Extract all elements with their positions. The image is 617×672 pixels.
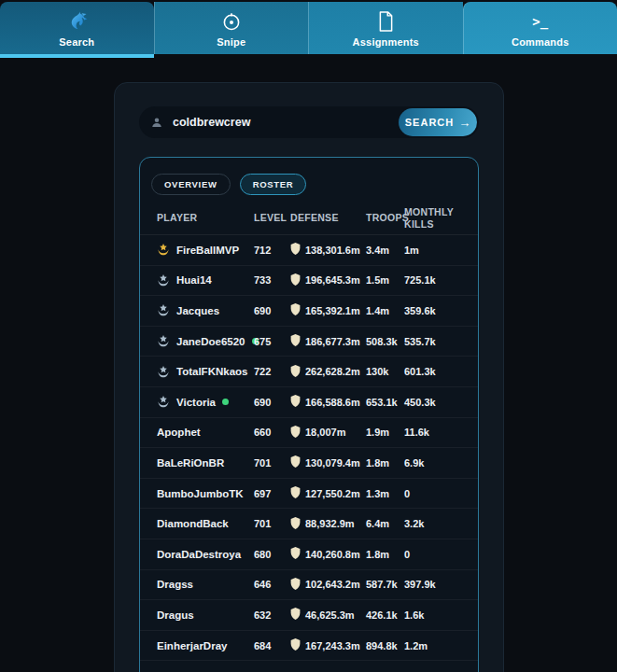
nav-tab-assignments[interactable]: Assignments (308, 2, 463, 54)
monthly-kills-value: 359.6k (404, 305, 465, 316)
shield-icon (290, 608, 301, 622)
monthly-kills-value: 0 (404, 549, 465, 560)
player-name: FireBallMVP (176, 245, 239, 256)
player-name: TotalFKNkaos (176, 366, 247, 377)
troops-value: 587.7k (366, 579, 404, 590)
troops-value: 1.5m (366, 274, 404, 286)
table-row[interactable]: BaLeRiOnBR 701 130,079.4m 1.8m 6.9k (140, 448, 478, 479)
defense-value: 165,392.1m (305, 305, 360, 316)
defense-value: 186,677.3m (305, 336, 360, 347)
nav-tab-label: Assignments (353, 36, 419, 48)
terminal-icon: >_ (532, 8, 548, 35)
rank-badge-icon (157, 366, 170, 378)
monthly-kills-value: 397.9k (404, 579, 465, 590)
defense-value: 46,625.3m (305, 609, 355, 621)
shield-icon (290, 486, 301, 500)
shield-icon (290, 243, 301, 257)
shield-icon (290, 455, 301, 469)
nav-tab-search[interactable]: Search (0, 2, 154, 54)
troops-value: 653.1k (366, 397, 404, 408)
search-bar: SEARCH → (139, 106, 479, 138)
player-name: Victoria (176, 397, 216, 408)
tab-roster[interactable]: ROSTER (240, 174, 307, 195)
troops-value: 426.1k (366, 609, 404, 621)
defense-value: 130,079.4m (305, 457, 360, 469)
table-row[interactable]: TotalFKNkaos 722 262,628.2m 130k 601.3k (140, 357, 478, 387)
level-value: 701 (254, 457, 290, 469)
defense-value: 102,643.2m (305, 579, 360, 590)
player-name: BumboJumboTK (157, 488, 244, 499)
table-row[interactable]: EinherjarDray 684 167,243.3m 894.8k 1.2m (140, 631, 478, 662)
column-header: LEVEL (254, 212, 290, 224)
level-value: 701 (254, 518, 290, 529)
defense-value: 140,260.8m (305, 549, 360, 560)
level-value: 646 (254, 579, 290, 590)
level-value: 680 (254, 549, 290, 560)
level-value: 660 (254, 427, 290, 438)
troops-value: 1.3m (366, 488, 404, 499)
active-tab-underline (0, 54, 154, 58)
table-row[interactable]: Huai14 733 196,645.3m 1.5m 725.1k (140, 266, 478, 297)
troops-value: 1.4m (366, 305, 404, 316)
table-row[interactable]: JaneDoe6520 675 186,677.3m 508.3k 535.7k (140, 327, 478, 357)
player-name: DoraDaDestroya (157, 549, 241, 560)
nav-tab-label: Snipe (217, 36, 245, 48)
player-name: Jacques (176, 305, 219, 316)
level-value: 690 (254, 305, 290, 316)
troops-value: 3.4m (366, 245, 404, 256)
player-name: BaLeRiOnBR (157, 457, 224, 469)
player-name: Dragss (157, 579, 193, 590)
active-tab-underline (308, 54, 463, 58)
shield-icon (290, 426, 301, 440)
defense-value: 167,243.3m (305, 640, 360, 651)
monthly-kills-value: 11.6k (404, 427, 465, 438)
troops-value: 508.3k (366, 336, 404, 347)
search-button[interactable]: SEARCH → (399, 108, 477, 136)
table-row[interactable]: Apophet 660 18,007m 1.9m 11.6k (140, 418, 478, 449)
nav-tab-snipe[interactable]: Snipe (154, 2, 309, 54)
table-header-row: PLAYERLEVELDEFENSETROOPSMONTHLY KILLS (140, 206, 478, 235)
table-row[interactable]: DiamondBack 701 88,932.9m 6.4m 3.2k (140, 509, 478, 539)
player-name: Dragus (157, 609, 194, 621)
shield-icon (290, 273, 301, 287)
troops-value: 1.8m (366, 457, 404, 469)
monthly-kills-value: 725.1k (404, 274, 465, 286)
monthly-kills-value: 1.6k (404, 609, 465, 621)
shield-icon (290, 365, 301, 379)
level-value: 632 (254, 609, 290, 621)
defense-value: 127,550.2m (305, 488, 360, 499)
monthly-kills-value: 0 (404, 488, 465, 499)
shield-icon (290, 638, 301, 652)
troops-value: 6.4m (366, 518, 404, 529)
column-header: DEFENSE (290, 212, 366, 224)
arrow-right-icon: → (458, 116, 470, 130)
rank-badge-icon (157, 396, 170, 408)
level-value: 675 (254, 336, 290, 347)
table-row[interactable]: BumboJumboTK 697 127,550.2m 1.3m 0 (140, 479, 478, 510)
nav-tab-commands[interactable]: >_ Commands (463, 2, 617, 54)
player-name: EinherjarDray (157, 640, 227, 651)
monthly-kills-value: 3.2k (404, 518, 465, 529)
tab-overview[interactable]: OVERVIEW (151, 174, 231, 195)
nav-tab-label: Commands (512, 36, 569, 48)
table-row[interactable]: Dragus 632 46,625.3m 426.1k 1.6k (140, 600, 478, 631)
monthly-kills-value: 1m (404, 245, 465, 256)
table-row[interactable]: Victoria 690 166,588.6m 653.1k 450.3k (140, 387, 478, 418)
defense-value: 18,007m (305, 427, 345, 438)
table-row[interactable]: Jacques 690 165,392.1m 1.4m 359.6k (140, 296, 478, 327)
level-value: 722 (254, 366, 290, 377)
player-name: DiamondBack (157, 518, 229, 529)
table-row[interactable]: DoraDaDestroya 680 140,260.8m 1.8m 0 (140, 539, 478, 570)
online-dot (222, 399, 229, 405)
monthly-kills-value: 535.7k (404, 336, 465, 347)
table-row[interactable]: FireBallMVP 712 138,301.6m 3.4m 1m (140, 235, 478, 266)
defense-value: 262,628.2m (305, 366, 360, 377)
troops-value: 130k (366, 366, 404, 377)
top-navbar: Search Snipe Assignments >_ Commands (0, 0, 617, 58)
shield-icon (290, 303, 301, 317)
level-value: 712 (254, 245, 290, 256)
defense-value: 196,645.3m (305, 274, 360, 286)
active-tab-underline (154, 54, 309, 58)
table-row[interactable]: Dragss 646 102,643.2m 587.7k 397.9k (140, 570, 478, 601)
shield-icon (290, 547, 301, 561)
